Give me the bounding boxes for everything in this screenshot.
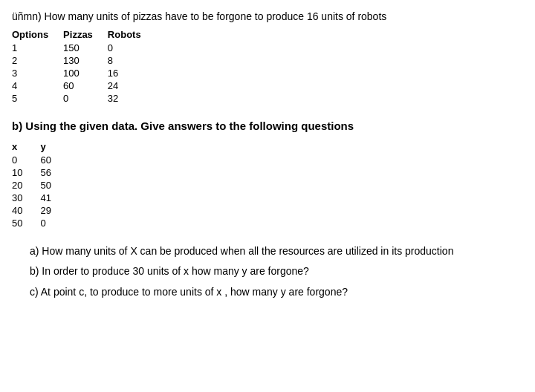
table-cell: 4 [12, 79, 63, 92]
xy-table-container: x y 0601056205030414029500 [12, 141, 523, 229]
col-header-y: y [40, 141, 68, 154]
col-header-pizzas: Pizzas [63, 29, 108, 42]
table-cell: 0 [40, 217, 68, 229]
table-cell: 130 [63, 54, 108, 67]
table-cell: 24 [108, 79, 156, 92]
table-cell: 29 [40, 204, 68, 217]
table-cell: 0 [108, 42, 156, 54]
options-table: Options Pizzas Robots 115002130831001646… [12, 29, 156, 105]
table-cell: 16 [108, 67, 156, 79]
intro-paragraph: üñmn) How many units of pizzas have to b… [12, 9, 523, 24]
table-cell: 1 [12, 42, 63, 54]
table-row: 5032 [12, 92, 156, 105]
table-cell: 60 [63, 79, 108, 92]
table-cell: 40 [12, 204, 40, 217]
table-row: 060 [12, 154, 69, 166]
table-row: 310016 [12, 67, 156, 79]
table-row: 11500 [12, 42, 156, 54]
questions-container: a) How many units of X can be produced w… [12, 243, 523, 301]
col-header-x: x [12, 141, 40, 154]
table-cell: 60 [40, 154, 68, 166]
table-row: 4029 [12, 204, 69, 217]
question-a: a) How many units of X can be produced w… [27, 243, 523, 261]
table-row: 1056 [12, 166, 69, 179]
table-cell: 5 [12, 92, 63, 105]
question-b: b) In order to produce 30 units of x how… [27, 263, 523, 281]
table-cell: 50 [40, 179, 68, 192]
intro-question: How many units of pizzas have to be forg… [45, 10, 387, 22]
table-cell: 30 [12, 192, 40, 204]
table-cell: 20 [12, 179, 40, 192]
table-cell: 32 [108, 92, 156, 105]
table-cell: 8 [108, 54, 156, 67]
options-table-container: Options Pizzas Robots 115002130831001646… [12, 29, 523, 105]
table-row: 500 [12, 217, 69, 229]
table-row: 21308 [12, 54, 156, 67]
table-cell: 2 [12, 54, 63, 67]
table-cell: 0 [12, 154, 40, 166]
table-cell: 100 [63, 67, 108, 79]
table-cell: 10 [12, 166, 40, 179]
question-c: c) At point c, to produce to more units … [27, 284, 523, 301]
intro-symbol: üñmn) [12, 10, 42, 22]
col-header-robots: Robots [108, 29, 156, 42]
col-header-options: Options [12, 29, 63, 42]
table-cell: 3 [12, 67, 63, 79]
xy-table: x y 0601056205030414029500 [12, 141, 69, 229]
table-cell: 41 [40, 192, 68, 204]
table-row: 2050 [12, 179, 69, 192]
table-cell: 50 [12, 217, 40, 229]
section-b-heading: b) Using the given data. Give answers to… [12, 118, 523, 135]
table-cell: 0 [63, 92, 108, 105]
table-cell: 150 [63, 42, 108, 54]
table-cell: 56 [40, 166, 68, 179]
table-row: 46024 [12, 79, 156, 92]
table-row: 3041 [12, 192, 69, 204]
